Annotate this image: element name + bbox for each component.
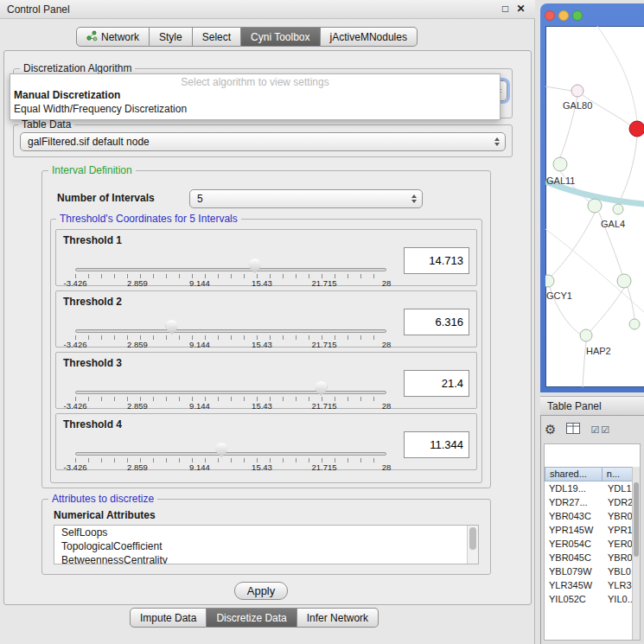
scale-label: 21.715: [311, 340, 336, 349]
threshold-value-field[interactable]: [404, 247, 469, 274]
table-row[interactable]: YBL079WYBL0...: [545, 564, 640, 578]
threshold-slider[interactable]: -3.4262.8599.14415.4321.71528: [75, 442, 386, 471]
table-cell[interactable]: YLR3...: [603, 578, 634, 592]
network-canvas[interactable]: GAL80 GAL11 GAL4 GCY1 HAP2: [545, 26, 644, 387]
network-node[interactable]: [617, 274, 631, 288]
network-tab-icon: [86, 30, 98, 44]
select-columns-icon[interactable]: ☑☑: [590, 424, 611, 436]
table-cell[interactable]: YIL0...: [603, 592, 634, 606]
list-item[interactable]: BetweennessCentrality: [54, 553, 478, 564]
scale-label: -3.426: [64, 278, 87, 288]
slider-track[interactable]: [75, 391, 386, 394]
network-view-window: GAL80 GAL11 GAL4 GCY1 HAP2: [540, 3, 644, 392]
tab-select[interactable]: Select: [193, 27, 241, 47]
scale-label: -3.426: [64, 340, 87, 349]
tab-cyni-toolbox[interactable]: Cyni Toolbox: [241, 27, 320, 47]
threshold-value-field[interactable]: [404, 370, 469, 397]
table-data-combobox[interactable]: galFiltered.sif default node: [20, 132, 506, 151]
table-cell[interactable]: YBR0...: [603, 551, 634, 564]
tab-style[interactable]: Style: [150, 27, 193, 47]
scale-label: 2.859: [127, 278, 148, 288]
network-node[interactable]: [545, 275, 554, 287]
table-row[interactable]: YPR145WYPR1...: [545, 523, 640, 537]
combo-arrows-icon: [411, 194, 417, 203]
popup-option-equal-width-frequency[interactable]: Equal Width/Frequency Discretization: [10, 102, 500, 116]
table-row[interactable]: YIL052CYIL0...: [545, 592, 640, 606]
tab-jactivemnodules[interactable]: jActiveMNodules: [321, 27, 418, 47]
tab-label: Select: [202, 31, 231, 43]
table-cell[interactable]: YIL052C: [545, 592, 603, 606]
list-item[interactable]: TopologicalCoefficient: [54, 539, 478, 553]
slider-track[interactable]: [75, 452, 386, 456]
table-cell[interactable]: YDR2...: [603, 495, 634, 509]
table-row[interactable]: YBR045CYBR0...: [545, 551, 640, 564]
close-traffic-light[interactable]: [545, 10, 555, 21]
slider-track[interactable]: [75, 329, 386, 333]
network-node[interactable]: [629, 319, 640, 329]
tab-label: Infer Network: [307, 612, 368, 624]
table-row[interactable]: YLR345WYLR3...: [545, 578, 640, 592]
zoom-traffic-light[interactable]: [572, 10, 583, 21]
close-button[interactable]: ✕: [514, 3, 527, 16]
table-cell[interactable]: YBL0...: [603, 564, 634, 578]
tab-impute-data[interactable]: Impute Data: [130, 608, 207, 628]
list-item[interactable]: SelfLoops: [54, 526, 478, 539]
table-cell[interactable]: YDR27...: [545, 495, 603, 509]
list-scrollbar[interactable]: [467, 526, 478, 564]
scale-label: 2.859: [127, 462, 148, 472]
table-row[interactable]: YER054CYER0...: [545, 537, 640, 551]
threshold-slider[interactable]: -3.4262.8599.14415.4321.71528: [75, 319, 386, 348]
table-cell[interactable]: YBR0...: [603, 509, 634, 523]
threshold-value-field[interactable]: [404, 309, 469, 335]
tab-label: Impute Data: [140, 612, 196, 624]
table-cell[interactable]: YER0...: [603, 537, 634, 551]
table-row[interactable]: YDL19...YDL1...: [545, 481, 640, 495]
table-cell[interactable]: YPR1...: [603, 523, 634, 537]
table-data-group-title: Table Data: [18, 118, 74, 131]
tab-infer-network[interactable]: Infer Network: [297, 608, 379, 628]
threshold-slider[interactable]: -3.4262.8599.14415.4321.71528: [75, 380, 386, 410]
minimize-traffic-light[interactable]: [558, 10, 569, 21]
node-label: GCY1: [546, 290, 572, 301]
table-cell[interactable]: YBR043C: [545, 509, 603, 523]
network-node[interactable]: [613, 204, 623, 214]
interval-definition-group-title: Interval Definition: [48, 164, 136, 176]
network-node[interactable]: [588, 199, 602, 213]
table-row[interactable]: YBR043CYBR0...: [545, 509, 640, 523]
threshold-value-field[interactable]: [404, 431, 469, 458]
cyni-toolbox-panel: Discretization Algorithm Select algorith…: [3, 50, 532, 605]
network-node[interactable]: [571, 85, 583, 97]
discretization-algorithm-group-title: Discretization Algorithm: [20, 62, 135, 74]
network-node[interactable]: [553, 157, 567, 171]
float-window-button[interactable]: □: [499, 3, 512, 16]
table-cell[interactable]: YPR145W: [545, 523, 603, 537]
table-cell[interactable]: YDL1...: [603, 481, 634, 495]
threshold-slider[interactable]: -3.4262.8599.14415.4321.71528: [75, 258, 386, 287]
table-cell[interactable]: YBR045C: [545, 551, 603, 564]
selected-network-node[interactable]: [629, 121, 644, 137]
column-header[interactable]: shared...: [545, 467, 603, 481]
table-panel-toolbar: ⚙ ☑☑: [545, 420, 611, 439]
slider-track[interactable]: [75, 268, 386, 271]
table-columns-icon[interactable]: [566, 423, 580, 437]
table-cell[interactable]: YER054C: [545, 537, 603, 551]
table-scrollbar[interactable]: [632, 467, 640, 640]
threshold-label: Threshold 1: [63, 234, 122, 246]
algorithm-dropdown-popup: Select algorithm to view settings Manual…: [10, 73, 501, 120]
scrollbar-thumb[interactable]: [634, 482, 639, 557]
tab-label: Cyni Toolbox: [251, 31, 309, 43]
popup-option-manual-discretization[interactable]: Manual Discretization: [10, 88, 500, 102]
network-node[interactable]: [580, 329, 592, 341]
tab-network[interactable]: Network: [76, 27, 150, 47]
table-cell[interactable]: YLR345W: [545, 578, 603, 592]
gear-icon[interactable]: ⚙: [545, 421, 556, 438]
scale-label: 9.144: [189, 401, 210, 411]
table-panel-title: Table Panel: [547, 400, 602, 412]
table-cell[interactable]: YBL079W: [545, 564, 603, 578]
tab-discretize-data[interactable]: Discretize Data: [207, 608, 296, 628]
scrollbar-thumb[interactable]: [469, 527, 476, 550]
table-cell[interactable]: YDL19...: [545, 481, 603, 495]
table-row[interactable]: YDR27...YDR2...: [545, 495, 640, 509]
number-of-intervals-combobox[interactable]: 5: [189, 189, 423, 208]
apply-button[interactable]: Apply: [234, 582, 288, 600]
